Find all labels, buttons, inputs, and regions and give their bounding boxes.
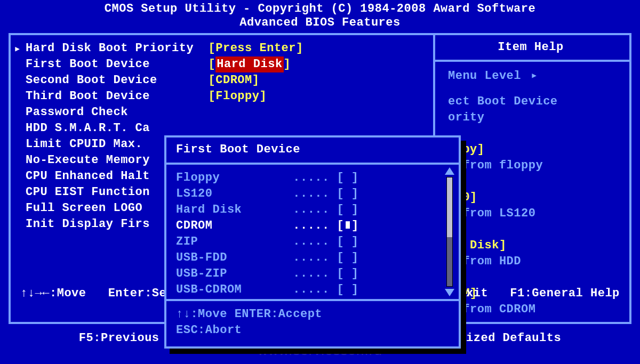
setting-label: First Boot Device [26, 58, 209, 71]
popup-divider-top [166, 163, 459, 165]
chevron-right-icon: ▸ [531, 69, 538, 83]
help-fragment [448, 126, 624, 142]
setting-row[interactable]: Third Boot Device [Floppy] [26, 88, 303, 104]
setting-row[interactable]: Second Boot Device [CDROM] [26, 72, 303, 88]
popup-title: First Boot Device [166, 137, 459, 161]
help-title: Item Help [437, 41, 624, 54]
first-boot-device-popup: First Boot Device Floppy ..... [ ]LS120 … [164, 135, 461, 349]
scroll-track[interactable] [446, 177, 453, 287]
popup-option[interactable]: CDROM ..... [∎] [176, 218, 449, 234]
header-line2: Advanced BIOS Features [0, 16, 640, 30]
popup-option[interactable]: Hard Disk ..... [ ] [176, 202, 449, 218]
setting-row[interactable]: HDD S.M.A.R.T. Ca [26, 120, 303, 136]
setting-row[interactable]: Hard Disk Boot Priority [Press Enter] [26, 41, 303, 56]
bios-header: CMOS Setup Utility - Copyright (C) 1984-… [0, 0, 640, 33]
setting-value: Press Enter [215, 42, 296, 55]
help-fragment: rd Disk] [448, 238, 624, 254]
setting-label: Second Boot Device [26, 74, 209, 87]
hint-accept: ENTER:Accept [235, 308, 322, 321]
setting-value: Floppy [215, 90, 259, 103]
menu-level-row: Menu Level▸ [448, 68, 624, 84]
setting-label: Hard Disk Boot Priority [26, 42, 209, 55]
setting-row[interactable]: First Boot Device [Hard Disk] [26, 56, 303, 72]
help-fragment: t from floppy [448, 158, 624, 174]
setting-row[interactable]: Password Check [26, 104, 303, 120]
help-fragment [448, 174, 624, 190]
help-fragment: ority [448, 110, 624, 126]
popup-footer: ↑↓:Move ENTER:Accept ESC:Abort [166, 302, 459, 343]
header-line1: CMOS Setup Utility - Copyright (C) 1984-… [0, 2, 640, 16]
help-fragment: oppy] [448, 142, 624, 158]
hint-move: ↑↓:Move [176, 308, 227, 321]
setting-value: CDROM [215, 74, 252, 87]
popup-option[interactable]: USB-CDROM ..... [ ] [176, 282, 449, 298]
popup-option[interactable]: USB-ZIP ..... [ ] [176, 266, 449, 282]
popup-option[interactable]: Floppy ..... [ ] [176, 170, 449, 186]
setting-label: HDD S.M.A.R.T. Ca [26, 122, 209, 135]
popup-option[interactable]: ZIP ..... [ ] [176, 234, 449, 250]
setting-value: Hard Disk [215, 56, 283, 72]
popup-option-list: Floppy ..... [ ]LS120 ..... [ ]Hard Disk… [166, 166, 459, 298]
popup-divider-bottom [166, 299, 459, 301]
setting-label: Password Check [26, 106, 209, 119]
popup-option[interactable]: LS120 ..... [ ] [176, 186, 449, 202]
selection-arrow-icon: ▸ [14, 42, 21, 56]
popup-option[interactable]: USB-FDD ..... [ ] [176, 250, 449, 266]
help-fragment: t from LS120 [448, 206, 624, 222]
help-divider [435, 60, 629, 62]
hint-abort: ESC:Abort [176, 322, 449, 338]
scroll-up-icon[interactable] [445, 167, 454, 175]
setting-label: Third Boot Device [26, 90, 209, 103]
help-fragment: ect Boot Device [448, 94, 624, 110]
scroll-down-icon[interactable] [445, 289, 454, 296]
popup-scrollbar[interactable] [445, 167, 454, 298]
help-fragment: 120] [448, 190, 624, 206]
help-fragment [448, 222, 624, 238]
